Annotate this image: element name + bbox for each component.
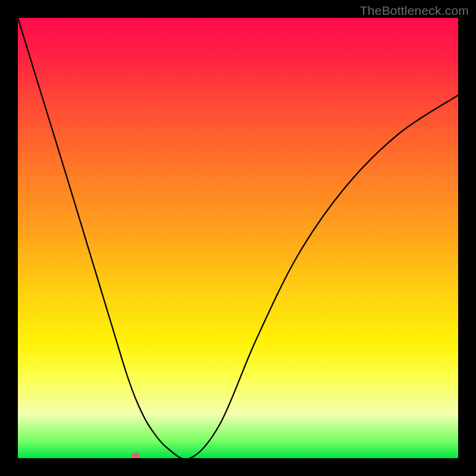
min-point-marker bbox=[131, 453, 140, 458]
plot-area bbox=[18, 18, 458, 458]
chart-frame: TheBottleneck.com bbox=[0, 0, 476, 476]
bottleneck-curve bbox=[18, 18, 458, 458]
watermark-label: TheBottleneck.com bbox=[360, 4, 469, 18]
curve-layer bbox=[18, 18, 458, 458]
